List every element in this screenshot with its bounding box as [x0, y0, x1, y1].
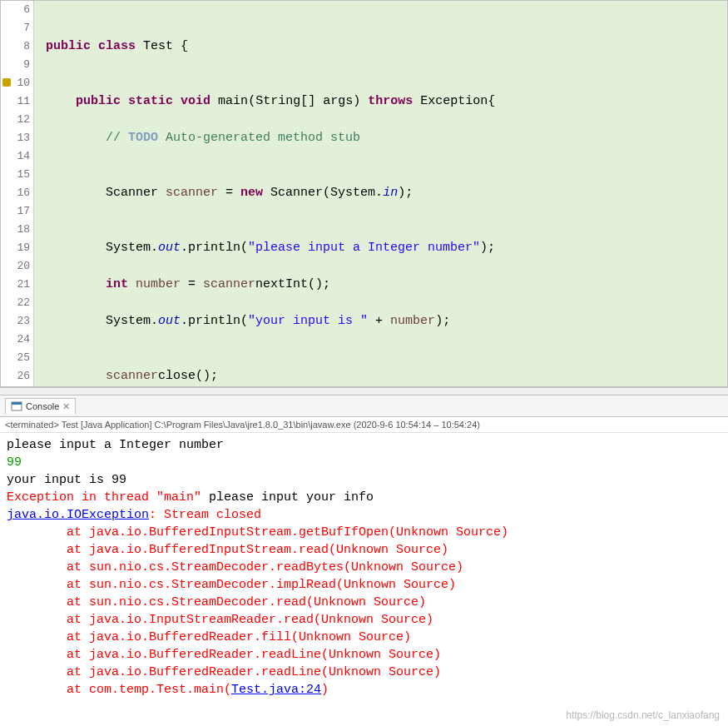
gutter-23: 23 [1, 312, 30, 331]
gutter-8: 8 [1, 37, 30, 56]
gutter-26: 26 [1, 367, 30, 385]
gutter-13: 13 [1, 129, 30, 147]
gutter-21: 21 [1, 276, 30, 294]
code-line-7: public class Test { [46, 37, 727, 56]
console-line: at java.io.BufferedReader.readLine(Unkno… [7, 664, 721, 681]
console-line: 99 [7, 454, 721, 471]
console-line: please input a Integer number [7, 436, 721, 454]
gutter-9: 9 [1, 56, 30, 74]
console-line: at com.temp.Test.main(Test.java:24) [7, 681, 721, 699]
gutter-22: 22 [1, 294, 30, 312]
console-line: at sun.nio.cs.StreamDecoder.readBytes(Un… [7, 559, 721, 576]
watermark-text: https://blog.csdn.net/c_lanxiaofang [566, 709, 720, 721]
console-status-line: <terminated> Test [Java Application] C:\… [0, 417, 728, 433]
code-line-18: scannerclose(); [46, 367, 727, 385]
console-panel: Console ✕ <terminated> Test [Java Applic… [0, 395, 728, 726]
console-tab-bar: Console ✕ [0, 395, 728, 417]
console-line: at sun.nio.cs.StreamDecoder.implRead(Unk… [7, 576, 721, 594]
gutter-7: 7 [1, 19, 30, 37]
console-output[interactable]: please input a Integer number99your inpu… [0, 433, 728, 726]
gutter-15: 15 [1, 166, 30, 184]
gutter-19: 19 [1, 239, 30, 257]
code-line-12: Scanner scanner = new Scanner(System.in)… [46, 184, 727, 202]
gutter-16: 16 [1, 184, 30, 202]
console-line: java.io.IOException: Stream closed [7, 506, 721, 524]
gutter-14: 14 [1, 147, 30, 166]
close-icon[interactable]: ✕ [62, 401, 70, 412]
pane-divider[interactable] [0, 387, 728, 395]
code-line-9: public static void main(String[] args) t… [46, 92, 727, 111]
code-line-15: int number = scannernextInt(); [46, 276, 727, 294]
exception-link[interactable]: java.io.IOException [7, 508, 149, 522]
code-editor[interactable]: 6 7 8 9 10 11 12 13 14 15 16 17 18 19 20… [0, 0, 728, 387]
console-line: at java.io.InputStreamReader.read(Unknow… [7, 611, 721, 629]
gutter-17: 17 [1, 202, 30, 221]
console-line: at sun.nio.cs.StreamDecoder.read(Unknown… [7, 594, 721, 611]
gutter-24: 24 [1, 331, 30, 349]
code-line-10: // TODO Auto-generated method stub [46, 129, 727, 147]
gutter-11: 11 [1, 92, 30, 111]
console-line: at java.io.BufferedInputStream.read(Unkn… [7, 541, 721, 559]
console-tab-label: Console [26, 401, 59, 411]
stacktrace-link[interactable]: Test.java:24 [231, 683, 321, 697]
console-line: Exception in thread "main" please input … [7, 489, 721, 506]
console-line: at java.io.BufferedReader.readLine(Unkno… [7, 646, 721, 664]
gutter-10: 10 [1, 74, 30, 92]
line-gutter: 6 7 8 9 10 11 12 13 14 15 16 17 18 19 20… [1, 1, 34, 386]
console-line: your input is 99 [7, 471, 721, 489]
code-line-16: System.out.println("your input is " + nu… [46, 312, 727, 331]
gutter-6: 6 [1, 1, 30, 19]
console-line: at java.io.BufferedInputStream.getBufIfO… [7, 524, 721, 541]
gutter-25: 25 [1, 349, 30, 367]
gutter-18: 18 [1, 221, 30, 239]
console-icon [11, 400, 22, 412]
code-text[interactable]: public class Test { public static void m… [34, 1, 727, 386]
code-line-14: System.out.println("please input a Integ… [46, 239, 727, 257]
gutter-12: 12 [1, 111, 30, 129]
gutter-20: 20 [1, 257, 30, 276]
svg-rect-1 [12, 402, 22, 405]
console-line: at java.io.BufferedReader.fill(Unknown S… [7, 629, 721, 646]
console-tab[interactable]: Console ✕ [5, 398, 76, 414]
